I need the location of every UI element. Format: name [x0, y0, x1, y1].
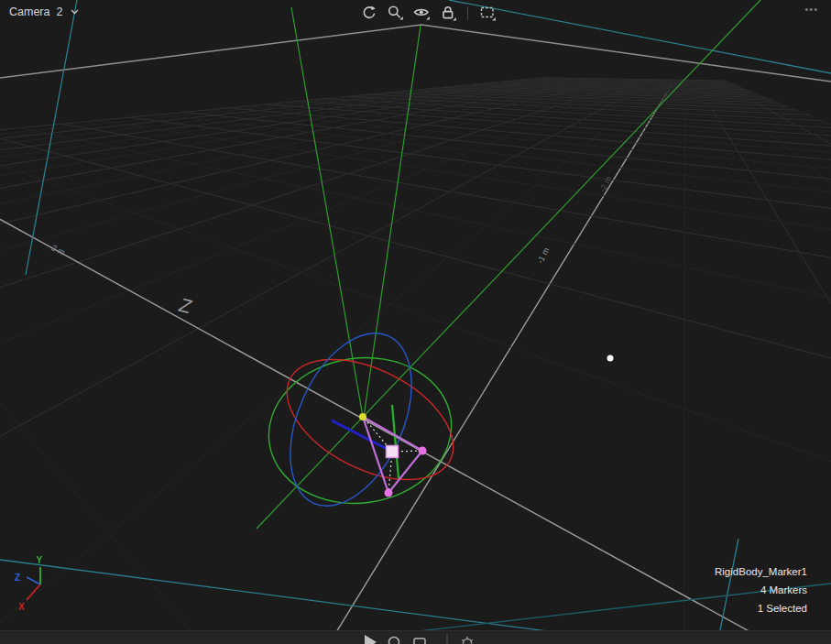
triad-z-label: Z [15, 573, 20, 583]
grid-line [694, 81, 831, 644]
marker[interactable] [385, 489, 393, 497]
viewport-toolbar [358, 3, 498, 23]
selected-marker[interactable] [387, 446, 399, 458]
camera-selector[interactable]: Camera 2 [9, 5, 79, 18]
rotate-view-icon[interactable] [358, 3, 378, 23]
tracking-ray [257, 0, 760, 529]
grid-line [0, 80, 656, 644]
more-options-icon[interactable]: ••• [804, 4, 818, 15]
grid-line [129, 117, 831, 247]
gizmo-ring-x[interactable] [268, 334, 473, 504]
clip-icon[interactable] [414, 639, 425, 644]
record-circle-icon[interactable] [389, 638, 399, 644]
transport-bar [0, 630, 831, 644]
camera-selector-number: 2 [56, 5, 62, 18]
grid-line [725, 81, 831, 644]
triad-x-axis [27, 584, 40, 600]
grid-line [0, 137, 831, 644]
toolbar-separator [467, 6, 468, 20]
grid-line [21, 128, 831, 482]
play-cursor-icon[interactable] [365, 635, 377, 644]
triad-y-label: Y [37, 555, 43, 565]
grid-line [678, 80, 684, 644]
orientation-triad: Y Z X [7, 548, 90, 630]
settings-gear-icon[interactable] [462, 637, 473, 644]
grid-line [0, 150, 831, 644]
viewport-topbar: Camera 2 [0, 0, 831, 26]
grid-axis-line [0, 143, 831, 644]
grid-line [715, 81, 831, 644]
grid-line [705, 81, 831, 644]
marquee-select-icon[interactable] [477, 3, 498, 23]
selection-info: RigidBody_Marker1 4 Markers 1 Selected [715, 562, 807, 617]
grid-line [0, 79, 621, 508]
grid-line [0, 78, 573, 229]
gizmo-ring-y[interactable] [259, 346, 461, 515]
marker-count: 4 Markers [715, 581, 807, 599]
visibility-icon[interactable] [411, 3, 432, 23]
camera-selector-label: Camera [9, 5, 49, 18]
viewport-3d[interactable] [0, 0, 831, 644]
triad-x-label: X [18, 602, 25, 612]
tracking-rays [257, 0, 760, 529]
marker[interactable] [419, 447, 427, 455]
ground-grid [0, 78, 831, 644]
lock-icon[interactable] [438, 3, 458, 23]
zoom-icon[interactable] [385, 3, 405, 23]
rigidbody-name: RigidBody_Marker1 [715, 562, 807, 581]
pivot-marker[interactable] [359, 413, 366, 420]
grid-line [97, 121, 831, 290]
triad-z-axis [27, 577, 40, 584]
grid-line [0, 80, 665, 644]
selected-count: 1 Selected [715, 599, 807, 617]
viewport-window: Z 2 m -1 m -2 m Camera 2 [0, 0, 831, 644]
rigidbody-z-axis [332, 420, 390, 451]
chevron-down-icon [71, 9, 79, 15]
unselected-marker[interactable] [607, 355, 614, 362]
